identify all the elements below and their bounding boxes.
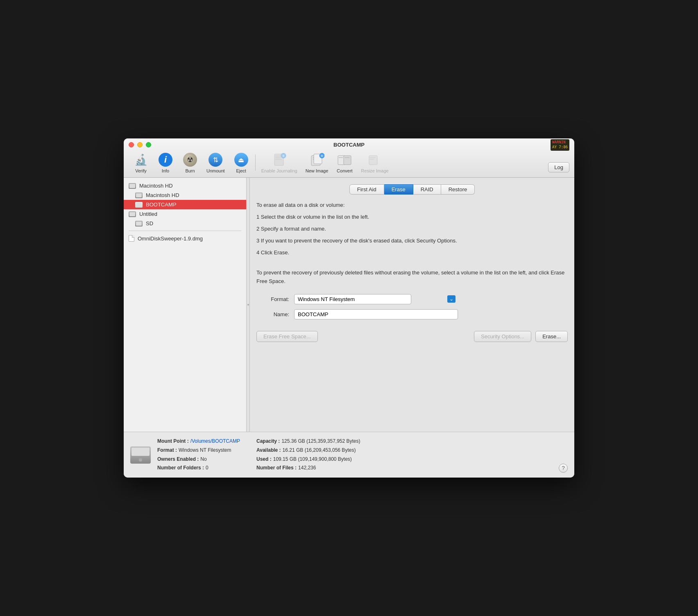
instruction-step2: 2 Specify a format and name. — [256, 225, 568, 233]
unmount-icon: ⇅ — [208, 152, 223, 168]
erase-free-space-button[interactable]: Erase Free Space... — [256, 331, 318, 342]
disk-icon — [135, 221, 143, 226]
erase-button[interactable]: Erase... — [535, 331, 568, 342]
instruction-line1: To erase all data on a disk or volume: — [256, 201, 568, 210]
sidebar-item-untitled[interactable]: Untitled — [124, 209, 246, 219]
maximize-button[interactable] — [146, 142, 151, 147]
status-bar: Mount Point : /Volumes/BOOTCAMP Format :… — [124, 432, 574, 477]
enable-journaling-icon: + — [272, 152, 287, 168]
status-disk-icon — [130, 446, 151, 464]
format-key: Format : — [157, 446, 177, 455]
eject-label: Eject — [236, 168, 246, 173]
format-select[interactable]: Windows NT Filesystem Mac OS Extended (J… — [294, 294, 411, 304]
file-icon — [129, 235, 134, 242]
disk-icon — [129, 211, 136, 217]
format-row: Format: Windows NT Filesystem Mac OS Ext… — [256, 294, 568, 304]
enable-journaling-label: Enable Journaling — [261, 168, 297, 173]
toolbar-separator-1 — [255, 154, 256, 171]
main-window: BOOTCAMP WARNIN AY 7:86 🔬 Verify i Info — [124, 138, 574, 477]
svg-rect-2 — [275, 157, 281, 158]
toolbar-convert[interactable]: Convert — [332, 150, 357, 175]
sidebar-item-macintosh-hd-child[interactable]: Macintosh HD — [124, 190, 246, 200]
disk-icon — [129, 183, 136, 189]
main-content: Macintosh HD Macintosh HD BOOTCAMP Untit… — [124, 178, 574, 432]
tab-erase[interactable]: Erase — [384, 184, 413, 195]
mount-point-value: /Volumes/BOOTCAMP — [190, 437, 240, 446]
burn-label: Burn — [185, 168, 195, 173]
toolbar-resize-image[interactable]: Resize Image — [357, 150, 392, 175]
svg-text:+: + — [282, 154, 284, 158]
toolbar-unmount[interactable]: ⇅ Unmount — [202, 150, 229, 175]
sidebar-item-sd[interactable]: SD — [124, 219, 246, 228]
help-button[interactable]: ? — [559, 464, 568, 473]
new-image-label: New Image — [306, 168, 329, 173]
minimize-button[interactable] — [137, 142, 143, 147]
security-options-button[interactable]: Security Options... — [474, 331, 531, 342]
window-controls — [129, 142, 151, 147]
verify-icon: 🔬 — [133, 152, 149, 168]
disk-icon — [135, 202, 143, 208]
resizer-dot — [247, 304, 249, 306]
eject-icon: ⏏ — [233, 152, 249, 168]
toolbar-enable-journaling[interactable]: + Enable Journaling — [257, 150, 301, 175]
sidebar-item-bootcamp[interactable]: BOOTCAMP — [124, 200, 246, 209]
owners-enabled-value: No — [200, 455, 206, 464]
sidebar-item-omnidisksweeper[interactable]: OmniDiskSweeper-1.9.dmg — [124, 233, 246, 243]
resize-image-icon — [367, 152, 383, 168]
chevron-down-icon: ⌄ — [447, 295, 456, 303]
sidebar: Macintosh HD Macintosh HD BOOTCAMP Untit… — [124, 178, 247, 432]
tab-first-aid[interactable]: First Aid — [349, 184, 384, 195]
sidebar-item-label: OmniDiskSweeper-1.9.dmg — [138, 236, 203, 242]
burn-icon: ☢ — [182, 152, 198, 168]
window-title: BOOTCAMP — [333, 142, 365, 148]
capacity-key: Capacity : — [256, 437, 280, 446]
convert-icon — [337, 152, 352, 168]
resize-image-label: Resize Image — [361, 168, 388, 173]
instruction-step4: 4 Click Erase. — [256, 249, 568, 257]
title-bar: BOOTCAMP WARNIN AY 7:86 🔬 Verify i Info — [124, 138, 574, 178]
instruction-step1: 1 Select the disk or volume in the list … — [256, 213, 568, 222]
tab-restore[interactable]: Restore — [441, 184, 475, 195]
owners-enabled-key: Owners Enabled : — [157, 455, 199, 464]
available-value: 16.21 GB (16,209,453,056 Bytes) — [283, 446, 356, 455]
right-panel: First Aid Erase RAID Restore To erase al… — [250, 178, 574, 432]
erase-content: To erase all data on a disk or volume: 1… — [256, 201, 568, 425]
num-files-key: Number of Files : — [256, 464, 297, 473]
toolbar-new-image[interactable]: + New Image — [301, 150, 333, 175]
name-label: Name: — [256, 311, 289, 317]
info-label: Info — [162, 168, 169, 173]
svg-rect-18 — [370, 159, 374, 160]
unmount-label: Unmount — [206, 168, 225, 173]
num-folders-value: 0 — [206, 464, 208, 473]
sidebar-item-label: SD — [146, 220, 153, 226]
svg-rect-16 — [369, 156, 377, 165]
info-icon: i — [158, 152, 173, 168]
used-value: 109.15 GB (109,149,900,800 Bytes) — [273, 455, 352, 464]
capacity-value: 125.36 GB (125,359,357,952 Bytes) — [281, 437, 360, 446]
toolbar-eject[interactable]: ⏏ Eject — [229, 150, 254, 175]
convert-label: Convert — [337, 168, 353, 173]
close-button[interactable] — [129, 142, 134, 147]
instruction-step3: 3 If you want to prevent the recovery of… — [256, 237, 568, 245]
erase-instructions: To erase all data on a disk or volume: 1… — [256, 201, 568, 285]
status-col-left: Mount Point : /Volumes/BOOTCAMP Format :… — [157, 437, 240, 472]
svg-rect-14 — [339, 157, 343, 158]
used-key: Used : — [256, 455, 272, 464]
sidebar-item-label: Macintosh HD — [139, 183, 173, 189]
svg-text:+: + — [321, 154, 323, 158]
sidebar-item-label: BOOTCAMP — [146, 202, 176, 208]
tab-raid[interactable]: RAID — [413, 184, 441, 195]
name-row: Name: — [256, 309, 568, 319]
toolbar-burn[interactable]: ☢ Burn — [178, 150, 202, 175]
num-files-value: 142,236 — [298, 464, 316, 473]
name-input[interactable] — [294, 309, 458, 319]
svg-rect-17 — [370, 157, 376, 158]
log-button[interactable]: Log — [548, 162, 569, 172]
toolbar-verify[interactable]: 🔬 Verify — [129, 150, 153, 175]
sidebar-resizer[interactable] — [247, 178, 250, 432]
toolbar-info[interactable]: i Info — [153, 150, 178, 175]
new-image-icon: + — [309, 152, 325, 168]
format-select-wrapper: Windows NT Filesystem Mac OS Extended (J… — [294, 294, 458, 304]
svg-rect-3 — [275, 159, 282, 160]
sidebar-item-macintosh-hd-parent[interactable]: Macintosh HD — [124, 181, 246, 190]
